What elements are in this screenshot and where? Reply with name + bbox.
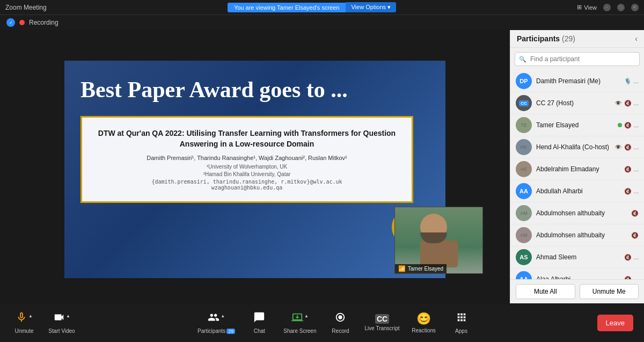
- participant-name: Ahmad Sleem: [536, 253, 620, 261]
- participant-icons: 🔇 ...: [624, 188, 639, 195]
- participant-icons: 🔇 ...: [618, 122, 639, 129]
- reactions-tool[interactable]: 😊 Reactions: [411, 312, 437, 333]
- paper-authors: Damith Premasiri¹, Tharindu Ranasinghe¹,…: [96, 155, 398, 161]
- close-button[interactable]: ✕: [631, 4, 639, 11]
- unmute-label: Unmute: [14, 328, 33, 334]
- more-icon: ...: [634, 254, 639, 260]
- avatar-img: AM: [516, 205, 532, 221]
- mute-all-button[interactable]: Mute All: [516, 284, 575, 299]
- paper-affil2: ²Hamad Bin Khalifa University, Qatar: [96, 171, 398, 177]
- slide-background: Best Paper Award goes to ... DTW at Qur'…: [64, 61, 445, 278]
- participants-icon: [208, 311, 219, 326]
- apps-label: Apps: [455, 328, 467, 334]
- mute-icon: 🔇: [631, 210, 639, 217]
- recording-bar: ✓ Recording: [0, 15, 644, 30]
- reactions-label: Reactions: [412, 328, 435, 333]
- reactions-icon: 😊: [416, 312, 431, 326]
- list-item: AA Abdullah Alharbi 🔇 ...: [510, 180, 644, 202]
- view-control[interactable]: ⊞ View: [577, 4, 597, 11]
- search-box: 🔍: [515, 52, 640, 66]
- collapse-button[interactable]: ‹: [635, 34, 638, 43]
- participant-icons: 👁️ 🔇 ...: [614, 100, 639, 107]
- cc-icon: CC: [375, 314, 389, 324]
- more-icon: ...: [634, 122, 639, 128]
- avatar: CC: [516, 95, 532, 111]
- screen-share-area: Best Paper Award goes to ... DTW at Qur'…: [0, 30, 510, 303]
- person-photo: [395, 207, 482, 273]
- view-label: View: [584, 4, 597, 11]
- participants-tool[interactable]: ▲ Participants 29: [197, 311, 235, 334]
- participant-name: Damith Premasiri (Me): [536, 77, 620, 85]
- chat-icon: [253, 311, 265, 326]
- chat-tool[interactable]: Chat: [246, 311, 273, 334]
- apps-tool[interactable]: Apps: [448, 311, 475, 334]
- video-camera-icon: [53, 311, 65, 326]
- record-label: Record: [332, 328, 349, 334]
- participant-icons: 🔇 ...: [624, 166, 639, 173]
- participant-name: Alaa Alharbi: [536, 275, 620, 279]
- participant-name-tag: 📶 Tamer Elsayed: [395, 264, 447, 273]
- share-arrow[interactable]: ▲: [304, 314, 309, 318]
- toolbar-right: Leave: [597, 315, 633, 331]
- avatar: AA: [516, 271, 532, 279]
- record-tool[interactable]: Record: [327, 311, 354, 334]
- avatar: AS: [516, 249, 532, 265]
- mute-icon: 🔇: [624, 254, 632, 261]
- shield-icon: ✓: [6, 18, 15, 27]
- recording-text: Recording: [29, 19, 58, 26]
- mute-icon: 🔇: [624, 100, 632, 107]
- participants-count-badge: 29: [226, 329, 235, 334]
- participant-name: Tamer Elsayed: [536, 121, 613, 129]
- signal-icon: 📶: [398, 265, 406, 272]
- leave-button[interactable]: Leave: [597, 315, 633, 331]
- title-bar: Zoom Meeting You are viewing Tamer Elsay…: [0, 0, 644, 15]
- participants-arrow[interactable]: ▲: [221, 314, 225, 318]
- participant-video: 📶 Tamer Elsayed: [394, 207, 483, 274]
- more-icon: ...: [634, 188, 639, 194]
- participant-name: Abdulmohsen althubaity: [536, 209, 627, 217]
- microphone-icon: [16, 311, 27, 326]
- participant-search-input[interactable]: [515, 52, 640, 66]
- view-icon: 👁️: [614, 100, 622, 107]
- chat-label: Chat: [254, 328, 265, 334]
- participants-label: Participants: [197, 328, 225, 334]
- toolbar: ▲ Unmute ▲ Start Video: [0, 303, 644, 342]
- unmute-me-button[interactable]: Unmute Me: [580, 284, 639, 299]
- paper-box: DTW at Qur'an QA 2022: Utilising Transfe…: [80, 116, 413, 203]
- mute-icon: 🔇: [624, 188, 632, 195]
- sidebar-footer: Mute All Unmute Me: [510, 279, 644, 303]
- start-video-tool[interactable]: ▲ Start Video: [48, 311, 75, 334]
- recording-dot: [19, 20, 25, 25]
- avatar-img: AM: [516, 227, 532, 243]
- mute-icon: 🎙️: [624, 78, 632, 85]
- participant-icons: 👁️ 🔇 ...: [614, 144, 639, 151]
- more-icon: ...: [634, 100, 639, 106]
- participant-icons: 🎙️ ...: [624, 78, 639, 85]
- participant-name: Abdelrahim Elmadany: [536, 165, 620, 173]
- participant-icons: 🔇: [631, 210, 639, 217]
- grid-icon: ⊞: [577, 4, 582, 11]
- start-video-label: Start Video: [48, 328, 75, 334]
- maximize-button[interactable]: □: [617, 4, 625, 11]
- view-icon: 👁️: [614, 144, 622, 151]
- view-options-button[interactable]: View Options ▾: [346, 2, 396, 12]
- slide-headline: Best Paper Award goes to ...: [80, 77, 348, 103]
- list-item: AE Abdelrahim Elmadany 🔇 ...: [510, 158, 644, 180]
- participant-name: CC 27 (Host): [536, 99, 610, 107]
- list-item: AS Ahmad Sleem 🔇 ...: [510, 246, 644, 268]
- app-title: Zoom Meeting: [5, 4, 47, 11]
- unmute-arrow[interactable]: ▲: [28, 314, 33, 318]
- video-arrow[interactable]: ▲: [66, 314, 70, 318]
- list-item: AM Abdulmohsen althubaity 🔇: [510, 224, 644, 246]
- unmute-tool[interactable]: ▲ Unmute: [11, 311, 38, 334]
- video-icon: ...: [634, 78, 639, 84]
- live-transcript-tool[interactable]: CC Live Transcript: [364, 314, 399, 331]
- minimize-button[interactable]: −: [603, 4, 611, 11]
- toolbar-left: ▲ Unmute ▲ Start Video: [11, 311, 75, 334]
- participant-name: Abdullah Alharbi: [536, 187, 620, 195]
- paper-email2: wzaghouani@hbku.edu.qa: [96, 185, 398, 191]
- share-screen-tool[interactable]: ▲ Share Screen: [283, 311, 316, 334]
- apps-icon: [456, 311, 467, 326]
- more-icon: ...: [634, 166, 639, 172]
- participant-video-name: Tamer Elsayed: [408, 266, 443, 272]
